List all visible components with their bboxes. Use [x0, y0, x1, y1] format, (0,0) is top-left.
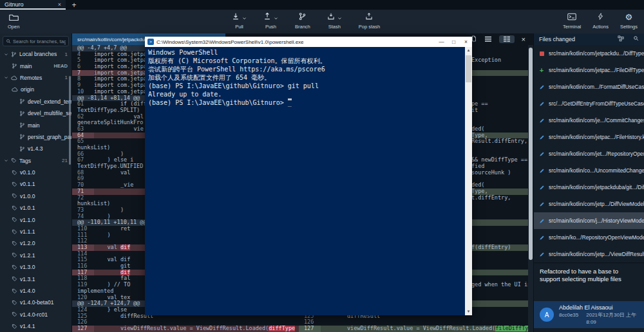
settings-button[interactable]: ⚙ Settings	[620, 12, 638, 30]
tab-gitnuro[interactable]: Gitnuro ×	[0, 0, 66, 10]
scroll-down-icon[interactable]: ▼	[465, 308, 472, 315]
console-line: (base) PS I:\JavaEE\github\Gitnuro> git …	[148, 82, 472, 90]
sidebar-item-v1-4-3[interactable]: v1.4.3	[0, 143, 71, 154]
sidebar-item-v1-1-1[interactable]: v1.1.1	[0, 226, 71, 237]
sidebar-item-v1-4-0-rc01[interactable]: v1.4.0-rc01	[0, 309, 71, 320]
console-scrollbar[interactable]: ▲ ▼	[465, 47, 472, 315]
tag-icon	[12, 241, 17, 246]
sidebar-section-local-branches[interactable]: Local branches1	[0, 48, 71, 60]
sidebar-item-v0-1-0[interactable]: v0.1.0	[0, 167, 71, 178]
file-row[interactable]: src/main/kotlin/com/jetp.../ViewDiffResu…	[534, 246, 644, 263]
console-line: 版权所有 (C) Microsoft Corporation。保留所有权利。	[148, 57, 472, 65]
pull-button[interactable]: Pull	[232, 12, 247, 30]
label: Local branches	[19, 51, 57, 57]
search-box[interactable]	[3, 36, 69, 46]
folder-icon	[9, 12, 19, 23]
file-path: src/main/kotlin/com/jetp.../DiffViewMode…	[549, 201, 644, 207]
file-row[interactable]: src/main/kotlin/com/jetp.../DiffViewMode…	[534, 196, 644, 212]
sidebar-item-devel-extend-terminal[interactable]: devel_extend_terminal	[0, 96, 71, 107]
sidebar-item-v1-0-0[interactable]: v1.0.0	[0, 190, 71, 202]
terminal-button[interactable]: Terminal	[563, 12, 581, 30]
sidebar-item-origin[interactable]: origin	[0, 84, 71, 95]
close-tab-icon[interactable]: ×	[58, 1, 61, 8]
sidebar-section-tags[interactable]: Tags21	[0, 155, 71, 167]
sidebar-item-main[interactable]: main	[0, 119, 71, 131]
minimize-button[interactable]: —	[435, 39, 448, 45]
label: Tags	[19, 158, 31, 164]
file-row[interactable]: src/main/kotlin/com.../FormatDiffUseCase…	[534, 78, 644, 95]
chevron-down-icon[interactable]	[4, 158, 8, 163]
sidebar-item-v1-3-0[interactable]: v1.3.0	[0, 261, 71, 273]
file-row[interactable]: src/.../GetDiffEntryFromDiffTypeUseCase.…	[534, 95, 644, 112]
sidebar-item-v1-4-0-beta01[interactable]: v1.4.0-beta01	[0, 297, 71, 308]
sidebar-scrollbar[interactable]	[69, 76, 71, 165]
stash-button[interactable]: Stash	[327, 12, 342, 30]
label: main	[28, 122, 40, 129]
push-button[interactable]: Push	[263, 12, 278, 30]
file-row[interactable]: src/main/kotlin/com/j.../HistoryViewMode…	[534, 212, 644, 229]
chevron-down-icon[interactable]	[4, 52, 8, 57]
file-row[interactable]: src/main/kotlin/com/jet.../RepositoryOpe…	[534, 145, 644, 162]
file-row[interactable]: src/main/ko.../RepositoryOpenViewModel.k…	[534, 229, 644, 246]
maximize-button[interactable]: □	[448, 39, 460, 45]
split-view-icon[interactable]	[499, 35, 515, 43]
console-output[interactable]: Windows PowerShell版权所有 (C) Microsoft Cor…	[145, 47, 472, 315]
chevron-down-icon[interactable]	[274, 12, 278, 23]
sidebar-item-main[interactable]: mainHEAD	[0, 60, 71, 71]
sidebar-item-v1-2-1[interactable]: v1.2.1	[0, 250, 71, 261]
file-row[interactable]: src/main/kotlin/com/je.../CommitChanges.…	[534, 112, 644, 129]
chevron-down-icon[interactable]	[242, 12, 247, 23]
sidebar-item-v0-1-1[interactable]: v0.1.1	[0, 178, 71, 190]
gear-icon: ⚙	[625, 13, 633, 22]
search-input[interactable]	[13, 39, 66, 44]
files-changed-panel: Files changed src/main/kotlin/com/jetpac…	[533, 33, 644, 332]
open-button[interactable]: Open	[8, 12, 19, 30]
avatar: A	[540, 308, 554, 322]
label: v1.4.3	[28, 145, 43, 152]
sidebar-item-v1-2-0[interactable]: v1.2.0	[0, 237, 71, 249]
scrollbar-thumb[interactable]	[466, 55, 471, 82]
sidebar-item-v1-4-0[interactable]: v1.4.0	[0, 285, 71, 297]
file-row[interactable]: src/main/kotlin/co.../UncommitedChanges.…	[534, 162, 644, 179]
file-row[interactable]: src/main/kotlin/com/jetpac.../FileHistor…	[534, 129, 644, 145]
sidebar-item-v1-3-1[interactable]: v1.3.1	[0, 273, 71, 284]
file-row[interactable]: src/main/kotlin/com/jetpackduba/git.../D…	[534, 179, 644, 196]
branch-icon	[19, 98, 25, 104]
sidebar-item-v1-4-1[interactable]: v1.4.1	[0, 320, 71, 332]
sidebar-item-v1-0-1[interactable]: v1.0.1	[0, 202, 71, 214]
pop-stash-button[interactable]: Pop stash	[359, 12, 380, 30]
diff-scrollbar[interactable]	[528, 45, 533, 332]
actions-button[interactable]: Actions	[592, 12, 609, 30]
branch-icon	[12, 63, 17, 69]
file-row[interactable]: +src/main/kotlin/com/jetpac.../FileDiffT…	[534, 62, 644, 78]
file-row[interactable]: src/main/kotlin/com/jetpackdu.../DiffTyp…	[534, 45, 644, 62]
sidebar-section-remotes[interactable]: Remotes1	[0, 72, 71, 84]
chevron-down-icon[interactable]	[4, 75, 8, 80]
new-tab-button[interactable]: +	[66, 0, 82, 10]
file-path: src/main/kotlin/com/jet.../RepositoryOpe…	[549, 151, 644, 157]
close-button[interactable]: ×	[460, 39, 472, 45]
branch-button[interactable]: Branch	[295, 12, 310, 30]
label: Remotes	[20, 75, 42, 81]
line-number: 6	[72, 64, 94, 70]
chevron-down-icon[interactable]	[337, 12, 342, 23]
commit-author-bar[interactable]: A Abdelilah El Aissaoui 8cc0e35 2021年12月…	[534, 301, 644, 328]
search-icon[interactable]	[633, 35, 639, 43]
sidebar-item-persist-graph-padding[interactable]: persist_graph_padding	[0, 131, 71, 143]
unified-view-icon[interactable]	[484, 33, 492, 45]
old-diff-line: 127 viewDiffResult.value = ViewDiffResul…	[72, 326, 299, 332]
label: v1.3.0	[20, 264, 35, 270]
tag-icon	[12, 193, 17, 199]
file-path: src/.../GetDiffEntryFromDiffTypeUseCase.…	[549, 100, 644, 107]
scroll-up-icon[interactable]: ▲	[465, 47, 472, 54]
powershell-window[interactable]: > C:\Windows\System32\WindowsPowerShell\…	[145, 37, 472, 315]
console-line: (base) PS I:\JavaEE\github\Gitnuro> _	[148, 98, 472, 107]
console-title-bar[interactable]: > C:\Windows\System32\WindowsPowerShell\…	[145, 37, 472, 47]
file-path: src/main/kotlin/com/jetpackdu.../DiffTyp…	[549, 50, 644, 57]
sidebar-item-v1-1-0[interactable]: v1.1.0	[0, 214, 71, 225]
label: v1.0.0	[20, 193, 35, 199]
branch-icon	[19, 146, 25, 152]
tree-view-icon[interactable]	[618, 35, 624, 43]
sidebar-item-devel-multifile-select[interactable]: devel_multifile_select	[0, 107, 71, 119]
close-diff-icon[interactable]: ×	[522, 35, 526, 43]
